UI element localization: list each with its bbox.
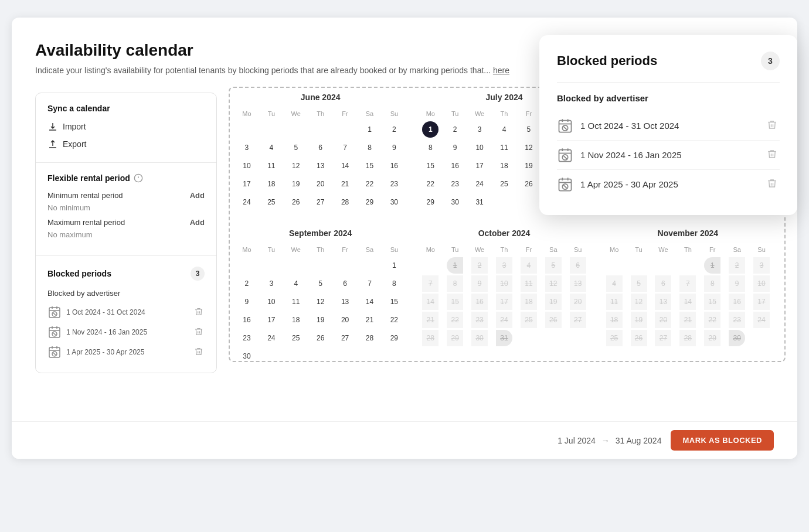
day-cell[interactable]: 13 xyxy=(570,275,586,292)
day-cell[interactable]: 13 xyxy=(655,294,671,310)
popup-delete-1-button[interactable] xyxy=(764,117,780,134)
day-cell[interactable]: 3 xyxy=(753,257,770,274)
day-cell[interactable]: 16 xyxy=(729,294,745,310)
day-cell[interactable]: 12 xyxy=(521,139,537,156)
day-cell[interactable]: 23 xyxy=(447,176,463,192)
day-cell[interactable]: 22 xyxy=(447,312,463,328)
day-cell[interactable]: 5 xyxy=(288,139,304,156)
day-cell[interactable]: 18 xyxy=(521,294,537,310)
day-cell[interactable]: 16 xyxy=(386,158,402,174)
day-cell[interactable]: 9 xyxy=(239,294,255,310)
popup-delete-3-button[interactable] xyxy=(764,176,780,193)
day-cell[interactable]: 1 xyxy=(704,257,720,274)
day-cell[interactable]: 5 xyxy=(545,257,562,274)
day-cell[interactable]: 31 xyxy=(471,194,488,210)
day-cell[interactable]: 19 xyxy=(545,294,562,310)
day-cell[interactable]: 19 xyxy=(521,158,537,174)
day-cell[interactable]: 2 xyxy=(471,257,488,274)
day-cell[interactable]: 24 xyxy=(239,194,255,210)
day-cell[interactable]: 27 xyxy=(337,330,353,346)
day-cell[interactable]: 22 xyxy=(386,312,402,328)
day-cell[interactable]: 5 xyxy=(312,275,329,292)
day-cell[interactable]: 14 xyxy=(337,158,353,174)
import-button[interactable]: Import xyxy=(47,119,205,134)
day-cell[interactable]: 3 xyxy=(496,257,512,274)
day-cell[interactable]: 15 xyxy=(386,294,402,310)
day-cell[interactable]: 10 xyxy=(471,139,488,156)
day-cell[interactable]: 12 xyxy=(288,158,304,174)
day-cell[interactable]: 16 xyxy=(239,312,255,328)
day-cell[interactable]: 12 xyxy=(631,294,647,310)
day-cell[interactable]: 4 xyxy=(288,275,304,292)
day-cell[interactable]: 13 xyxy=(337,294,353,310)
day-cell[interactable]: 10 xyxy=(263,294,280,310)
day-cell[interactable]: 5 xyxy=(521,121,537,138)
day-cell[interactable]: 21 xyxy=(422,312,439,328)
day-cell[interactable]: 7 xyxy=(361,275,378,292)
day-cell[interactable]: 3 xyxy=(239,139,255,156)
day-cell[interactable]: 14 xyxy=(422,294,439,310)
day-cell[interactable]: 7 xyxy=(422,275,439,292)
day-cell[interactable]: 30 xyxy=(471,330,488,346)
day-cell[interactable]: 23 xyxy=(239,330,255,346)
day-cell[interactable]: 6 xyxy=(337,275,353,292)
day-cell[interactable]: 15 xyxy=(704,294,720,310)
day-cell[interactable]: 29 xyxy=(386,330,402,346)
day-cell[interactable]: 27 xyxy=(312,194,329,210)
day-cell[interactable]: 23 xyxy=(729,312,745,328)
day-cell[interactable]: 4 xyxy=(496,121,512,138)
day-cell[interactable]: 4 xyxy=(521,257,537,274)
day-cell[interactable]: 8 xyxy=(704,275,720,292)
day-cell[interactable]: 29 xyxy=(704,330,720,346)
day-cell[interactable]: 25 xyxy=(263,194,280,210)
day-cell[interactable]: 29 xyxy=(422,194,439,210)
day-cell[interactable]: 18 xyxy=(606,312,623,328)
day-cell[interactable]: 22 xyxy=(704,312,720,328)
day-cell[interactable]: 17 xyxy=(753,294,770,310)
day-cell[interactable]: 10 xyxy=(753,275,770,292)
day-cell[interactable]: 27 xyxy=(655,330,671,346)
day-cell[interactable]: 29 xyxy=(361,194,378,210)
day-cell[interactable]: 21 xyxy=(679,312,696,328)
day-cell[interactable]: 30 xyxy=(447,194,463,210)
delete-blocked-3-button[interactable] xyxy=(193,346,205,359)
delete-blocked-2-button[interactable] xyxy=(193,326,205,339)
read-more-link[interactable]: here xyxy=(493,66,509,75)
day-cell[interactable]: 28 xyxy=(337,194,353,210)
day-cell[interactable]: 8 xyxy=(361,139,378,156)
day-cell[interactable]: 2 xyxy=(729,257,745,274)
delete-blocked-1-button[interactable] xyxy=(193,306,205,319)
day-cell[interactable]: 27 xyxy=(570,312,586,328)
day-cell[interactable]: 17 xyxy=(471,158,488,174)
day-cell[interactable]: 11 xyxy=(606,294,623,310)
mark-blocked-button[interactable]: MARK AS BLOCKED xyxy=(671,430,774,451)
day-cell[interactable]: 30 xyxy=(729,330,745,346)
day-cell[interactable]: 19 xyxy=(288,176,304,192)
minimum-add-button[interactable]: Add xyxy=(190,191,205,200)
day-cell[interactable]: 18 xyxy=(496,158,512,174)
day-cell[interactable]: 10 xyxy=(496,275,512,292)
day-cell[interactable]: 5 xyxy=(631,275,647,292)
day-cell[interactable]: 6 xyxy=(655,275,671,292)
day-cell[interactable]: 23 xyxy=(471,312,488,328)
day-cell[interactable]: 26 xyxy=(631,330,647,346)
day-cell[interactable]: 14 xyxy=(679,294,696,310)
day-cell[interactable]: 21 xyxy=(337,176,353,192)
day-cell[interactable]: 25 xyxy=(496,176,512,192)
day-cell[interactable]: 11 xyxy=(288,294,304,310)
day-cell[interactable]: 24 xyxy=(471,176,488,192)
day-cell[interactable]: 9 xyxy=(447,139,463,156)
day-cell[interactable]: 3 xyxy=(471,121,488,138)
day-cell[interactable]: 12 xyxy=(312,294,329,310)
day-cell[interactable]: 17 xyxy=(239,176,255,192)
day-cell[interactable]: 30 xyxy=(239,348,255,364)
day-cell[interactable]: 1 xyxy=(422,121,439,138)
day-cell[interactable]: 25 xyxy=(606,330,623,346)
day-cell[interactable]: 25 xyxy=(521,312,537,328)
day-cell[interactable]: 29 xyxy=(447,330,463,346)
day-cell[interactable]: 8 xyxy=(386,275,402,292)
day-cell[interactable]: 4 xyxy=(263,139,280,156)
day-cell[interactable]: 2 xyxy=(447,121,463,138)
day-cell[interactable]: 13 xyxy=(312,158,329,174)
day-cell[interactable]: 17 xyxy=(263,312,280,328)
